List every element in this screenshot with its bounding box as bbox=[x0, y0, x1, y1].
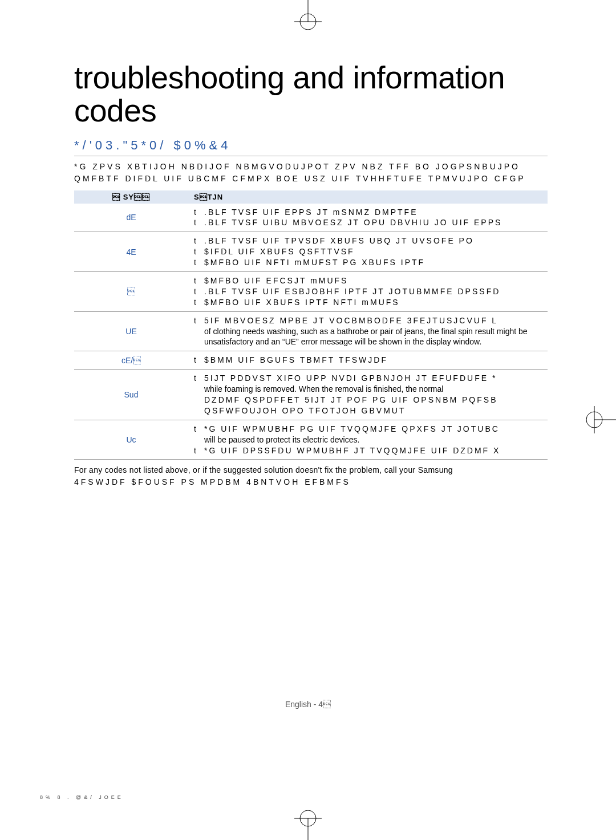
solution-item: .BLF TVSF UIF TPVSDF XBUFS UBQ JT UVSOFE… bbox=[194, 236, 542, 246]
crop-mark-bottom bbox=[0, 806, 616, 840]
solution-item: will be paused to protect its electric d… bbox=[194, 435, 542, 445]
code-cell: Uc bbox=[74, 420, 188, 460]
solution-cell: .BLF TVSF UIF TPVSDF XBUFS UBQ JT UVSOFE… bbox=[188, 232, 548, 272]
table-row: UE5IF MBVOESZ MPBE JT VOCBMBODFE 3FEJTUS… bbox=[74, 311, 548, 351]
page-number: English - 4 bbox=[0, 700, 616, 709]
solution-cell: $BMM UIF BGUFS TBMFT TFSWJDF bbox=[188, 351, 548, 370]
solution-cell: .BLF TVSF UIF EPPS JT mSNMZ DMPTFE.BLF T… bbox=[188, 204, 548, 232]
outro-line: 4FSWJDF $FOUSF PS MPDBM 4BNTVOH EFBMFS bbox=[74, 477, 351, 486]
solution-cell: 5IJT PDDVST XIFO UPP NVDI GPBNJOH JT EFU… bbox=[188, 370, 548, 420]
solution-item: .BLF TVSF UIBU MBVOESZ JT OPU DBVHIU JO … bbox=[194, 217, 542, 228]
solution-item: *G UIF WPMUBHF PG UIF TVQQMJFE QPXFS JT … bbox=[194, 424, 542, 435]
table-row: cE/$BMM UIF BGUFS TBMFT TFSWJDF bbox=[74, 351, 548, 370]
code-cell: 4E bbox=[74, 232, 188, 272]
code-cell: UE bbox=[74, 311, 188, 351]
solution-item: 5IJT PDDVST XIFO UPP NVDI GPBNJOH JT EFU… bbox=[194, 373, 542, 384]
table-row: Sud5IJT PDDVST XIFO UPP NVDI GPBNJOH JT … bbox=[74, 370, 548, 420]
solution-item: $MFBO UIF NFTI mMUFST PG XBUFS IPTF bbox=[194, 257, 542, 268]
table-row: dE.BLF TVSF UIF EPPS JT mSNMZ DMPTFE.BLF… bbox=[74, 204, 548, 232]
intro-line: QMFBTF DIFDL UIF UBCMF CFMPX BOE USZ UIF… bbox=[74, 174, 526, 183]
code-cell: dE bbox=[74, 204, 188, 232]
solution-item: *G UIF DPSSFDU WPMUBHF JT TVQQMJFE UIF D… bbox=[194, 445, 542, 456]
solution-item: QSFWFOUJOH OPO TFOTJOH GBVMUT bbox=[194, 405, 542, 416]
solution-item: .BLF TVSF UIF ESBJOBHF IPTF JT JOTUBMMFE… bbox=[194, 286, 542, 297]
solution-item: while foaming is removed. When the remov… bbox=[194, 384, 542, 395]
solution-cell: 5IF MBVOESZ MPBE JT VOCBMBODFE 3FEJTUSJC… bbox=[188, 311, 548, 351]
solution-cell: $MFBO UIF EFCSJT mMUFS.BLF TVSF UIF ESBJ… bbox=[188, 271, 548, 311]
outro-text: For any codes not listed above, or if th… bbox=[74, 464, 548, 488]
outro-line: For any codes not listed above, or if th… bbox=[74, 465, 453, 474]
col-header-code:  SY bbox=[74, 190, 188, 204]
table-row: 4E.BLF TVSF UIF TPVSDF XBUFS UBQ JT UVSO… bbox=[74, 232, 548, 272]
page-content: troubleshooting and information codes */… bbox=[74, 62, 548, 488]
code-cell: cE/ bbox=[74, 351, 188, 370]
table-row: $MFBO UIF EFCSJT mMUFS.BLF TVSF UIF ESB… bbox=[74, 271, 548, 311]
intro-line: *G ZPVS XBTIJOH NBDIJOF NBMGVODUJPOT ZPV… bbox=[74, 162, 520, 171]
solution-cell: *G UIF WPMUBHF PG UIF TVQQMJFE QPXFS JT … bbox=[188, 420, 548, 460]
crop-mark-right bbox=[582, 0, 616, 840]
solution-item: $MFBO UIF EFCSJT mMUFS bbox=[194, 275, 542, 286]
solution-item: .BLF TVSF UIF EPPS JT mSNMZ DMPTFE bbox=[194, 207, 542, 218]
solution-item: DZDMF QSPDFFET 5IJT JT POF PG UIF OPSNBM… bbox=[194, 395, 542, 405]
solution-item: $BMM UIF BGUFS TBMFT TFSWJDF bbox=[194, 355, 542, 366]
solution-item: $MFBO UIF XBUFS IPTF NFTI mMUFS bbox=[194, 297, 542, 308]
section-heading: */'03."5*0/ $0%&4 bbox=[74, 138, 548, 156]
info-codes-table:  SY STJN dE.BLF TVSF UIF EPPS JT mSN… bbox=[74, 190, 548, 460]
solution-item: $IFDL UIF XBUFS QSFTTVSF bbox=[194, 246, 542, 257]
code-cell: Sud bbox=[74, 370, 188, 420]
svg-point-1 bbox=[300, 14, 316, 30]
code-cell:  bbox=[74, 271, 188, 311]
svg-point-7 bbox=[300, 810, 316, 826]
solution-item: of clothing needs washing, such as a bat… bbox=[194, 326, 542, 348]
page-title: troubleshooting and information codes bbox=[74, 62, 548, 128]
solution-item: 5IF MBVOESZ MPBE JT VOCBMBODFE 3FEJTUSJC… bbox=[194, 315, 542, 326]
intro-text: *G ZPVS XBTIJOH NBDIJOF NBMGVODUJPOT ZPV… bbox=[74, 161, 548, 185]
table-row: Uc*G UIF WPMUBHF PG UIF TVQQMJFE QPXFS J… bbox=[74, 420, 548, 460]
svg-point-4 bbox=[586, 412, 602, 428]
crop-mark-top bbox=[0, 0, 616, 34]
footer-filename: 8% 8 . @&/ JOEE bbox=[40, 794, 124, 800]
col-header-solution: STJN bbox=[188, 190, 548, 204]
